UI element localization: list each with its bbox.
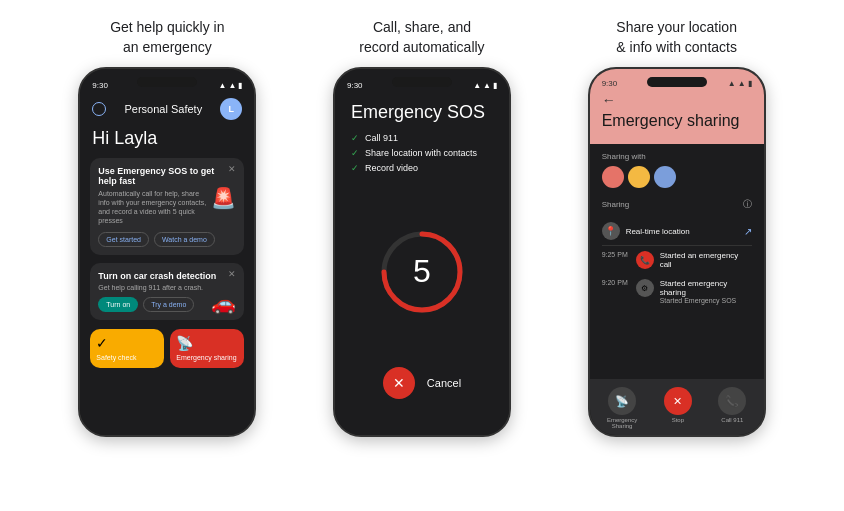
- p1-app-title: Personal Safety: [125, 103, 203, 115]
- p2-battery-icon: ▮: [493, 81, 497, 90]
- p3-event1-title: Started an emergency call: [660, 251, 752, 269]
- p2-signal-icon: ▲: [473, 81, 481, 90]
- p1-greeting: Hi Layla: [80, 124, 254, 155]
- p3-event2-icon: ⚙: [636, 279, 654, 297]
- wifi-icon: ▲: [228, 81, 236, 90]
- panel3-header: Share your location & info with contacts: [577, 18, 777, 57]
- p1-emergency-sharing-card[interactable]: 📡 Emergency sharing: [170, 329, 244, 368]
- p3-body: Sharing with Sharing ⓘ 📍 Real-time locat…: [590, 144, 764, 379]
- p3-location-icon: 📍: [602, 222, 620, 240]
- p3-event1-info: Started an emergency call: [660, 251, 752, 269]
- p3-event1-icon: 📞: [636, 251, 654, 269]
- p1-card1-buttons: Get started Watch a demo: [98, 232, 236, 247]
- p3-wifi-icon: ▲: [738, 79, 746, 88]
- phone1-screen: 9:30 ▲ ▲ ▮ Personal Safety L Hi Layla ✕: [80, 69, 254, 435]
- p1-safety-check-label: Safety check: [96, 354, 136, 362]
- p1-safety-check-card[interactable]: ✓ Safety check: [90, 329, 164, 368]
- phone1: 9:30 ▲ ▲ ▮ Personal Safety L Hi Layla ✕: [78, 67, 256, 437]
- p3-avatar3: [654, 166, 676, 188]
- phone2: 9:30 ▲ ▲ ▮ Emergency SOS ✓ Call 911 ✓: [333, 67, 511, 437]
- p3-event2-title: Started emergency sharing: [660, 279, 752, 297]
- phone3-notch: [647, 77, 707, 87]
- headers-row: Get help quickly in an emergency Call, s…: [0, 0, 844, 67]
- p1-user-avatar[interactable]: L: [220, 98, 242, 120]
- p3-signal-icon: ▲: [728, 79, 736, 88]
- p3-screen-title: Emergency sharing: [602, 112, 752, 130]
- p3-battery-icon: ▮: [748, 79, 752, 88]
- p3-stop-btn-icon: ✕: [664, 387, 692, 415]
- p3-sharing-info-icon: ⓘ: [743, 198, 752, 211]
- p1-watch-demo-button[interactable]: Watch a demo: [154, 232, 215, 247]
- battery-icon: ▮: [238, 81, 242, 90]
- p3-external-link-icon: ↗: [744, 226, 752, 237]
- p1-bottom-row: ✓ Safety check 📡 Emergency sharing: [90, 329, 244, 368]
- phone3-screen: 9:30 ▲ ▲ ▮ ← Emergency sharing Sharing w…: [590, 69, 764, 435]
- p3-call911-btn-icon: 📞: [718, 387, 746, 415]
- signal-icon: ▲: [218, 81, 226, 90]
- p2-check1-label: Call 911: [365, 133, 398, 143]
- phone2-screen: 9:30 ▲ ▲ ▮ Emergency SOS ✓ Call 911 ✓: [335, 69, 509, 435]
- p2-time: 9:30: [347, 81, 363, 90]
- p3-realtime-location-row[interactable]: 📍 Real-time location ↗: [602, 217, 752, 246]
- p1-sos-card: ✕ Use Emergency SOS to get help fast Aut…: [90, 158, 244, 254]
- p3-event2: 9:20 PM ⚙ Started emergency sharing Star…: [602, 274, 752, 309]
- p3-call911-btn[interactable]: 📞 Call 911: [718, 387, 746, 429]
- p2-checklist: ✓ Call 911 ✓ Share location with contact…: [335, 133, 493, 178]
- phones-row: 9:30 ▲ ▲ ▮ Personal Safety L Hi Layla ✕: [0, 67, 844, 511]
- safety-check-icon: ✓: [96, 335, 108, 351]
- check3-icon: ✓: [351, 163, 359, 173]
- p2-cancel-x-button[interactable]: ✕: [383, 367, 415, 399]
- p1-card2-icon: 🚗: [211, 291, 236, 315]
- p2-status-icons: ▲ ▲ ▮: [473, 81, 497, 90]
- p3-event2-sub: Started Emergency SOS: [660, 297, 752, 304]
- p1-topbar: Personal Safety L: [80, 94, 254, 124]
- p2-countdown-circle: 5: [377, 227, 467, 317]
- p1-try-demo-button[interactable]: Try a demo: [143, 297, 194, 312]
- p1-turn-on-button[interactable]: Turn on: [98, 297, 138, 312]
- p3-avatar1: [602, 166, 624, 188]
- p2-countdown-number: 5: [413, 253, 431, 290]
- check1-icon: ✓: [351, 133, 359, 143]
- p2-check2: ✓ Share location with contacts: [351, 148, 477, 158]
- p3-event2-time: 9:20 PM: [602, 279, 630, 286]
- p3-sharing-section-row: Sharing ⓘ: [602, 198, 752, 211]
- p3-event1: 9:25 PM 📞 Started an emergency call: [602, 246, 752, 274]
- p1-time: 9:30: [92, 81, 108, 90]
- p3-contact-avatars: [602, 166, 752, 188]
- p1-card2-close[interactable]: ✕: [228, 269, 236, 279]
- p1-card1-icon: 🚨: [211, 186, 236, 210]
- p3-bottom-bar: 📡 Emergency Sharing ✕ Stop 📞 Call 911: [590, 379, 764, 435]
- check2-icon: ✓: [351, 148, 359, 158]
- p3-avatar2: [628, 166, 650, 188]
- p1-get-started-button[interactable]: Get started: [98, 232, 149, 247]
- phone2-notch: [392, 77, 452, 87]
- p3-emergency-sharing-btn-icon: 📡: [608, 387, 636, 415]
- phone3: 9:30 ▲ ▲ ▮ ← Emergency sharing Sharing w…: [588, 67, 766, 437]
- p1-crash-card: ✕ Turn on car crash detection Get help c…: [90, 263, 244, 320]
- p2-wifi-icon: ▲: [483, 81, 491, 90]
- p2-cancel-label: Cancel: [427, 377, 461, 389]
- p3-time: 9:30: [602, 79, 618, 88]
- p3-emergency-sharing-btn-label: Emergency Sharing: [607, 417, 637, 429]
- p3-sharing-with-label: Sharing with: [602, 152, 752, 161]
- p3-event1-time: 9:25 PM: [602, 251, 630, 258]
- p1-status-icons: ▲ ▲ ▮: [218, 81, 242, 90]
- phone1-notch: [137, 77, 197, 87]
- p2-sos-title: Emergency SOS: [335, 94, 501, 133]
- p3-event2-info: Started emergency sharing Started Emerge…: [660, 279, 752, 304]
- p3-sharing-label: Sharing: [602, 200, 630, 209]
- p3-status-icons: ▲ ▲ ▮: [728, 79, 752, 88]
- p1-card1-title: Use Emergency SOS to get help fast: [98, 166, 236, 186]
- p3-realtime-location-label: Real-time location: [626, 227, 690, 236]
- p2-check1: ✓ Call 911: [351, 133, 477, 143]
- p3-stop-btn[interactable]: ✕ Stop: [664, 387, 692, 429]
- p1-card-close[interactable]: ✕: [228, 164, 236, 174]
- p3-back-button[interactable]: ←: [602, 92, 752, 108]
- p2-cancel-area: ✕ Cancel: [367, 351, 477, 415]
- settings-icon[interactable]: [92, 102, 106, 116]
- p1-emergency-sharing-label: Emergency sharing: [176, 354, 236, 362]
- p2-countdown-container: 5: [377, 192, 467, 351]
- p3-call911-btn-label: Call 911: [721, 417, 743, 423]
- p3-emergency-sharing-btn[interactable]: 📡 Emergency Sharing: [607, 387, 637, 429]
- p2-check3-label: Record video: [365, 163, 418, 173]
